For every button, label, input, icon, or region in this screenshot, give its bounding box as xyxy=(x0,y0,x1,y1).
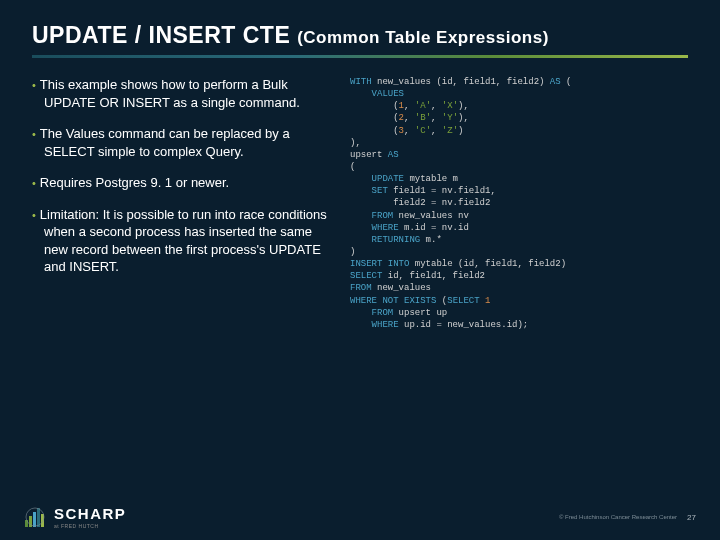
svg-rect-0 xyxy=(25,520,28,527)
bullet-text: The Values command can be replaced by a … xyxy=(40,126,290,159)
bullet-text: This example shows how to perform a Bulk… xyxy=(40,77,300,110)
logo-icon xyxy=(24,506,48,528)
title-sub: (Common Table Expressions) xyxy=(297,28,549,47)
bullet-marker: • xyxy=(32,128,36,140)
content-area: •This example shows how to perform a Bul… xyxy=(32,76,688,331)
svg-rect-2 xyxy=(33,512,36,527)
bullet-item: •This example shows how to perform a Bul… xyxy=(32,76,332,111)
bullet-item: •Requires Postgres 9. 1 or newer. xyxy=(32,174,332,192)
title-main: UPDATE / INSERT CTE xyxy=(32,22,297,48)
svg-rect-3 xyxy=(37,508,40,527)
logo-text: SCHARP xyxy=(54,505,126,522)
bullet-text: Requires Postgres 9. 1 or newer. xyxy=(40,175,229,190)
bullet-item: •The Values command can be replaced by a… xyxy=(32,125,332,160)
bullet-item: •Limitation: It is possible to run into … xyxy=(32,206,332,276)
title-divider xyxy=(32,55,688,58)
page-number: 27 xyxy=(687,513,696,522)
bullet-marker: • xyxy=(32,177,36,189)
copyright-text: © Fred Hutchinson Cancer Research Center xyxy=(559,514,677,520)
code-block: WITH new_values (id, field1, field2) AS … xyxy=(350,76,688,331)
logo: SCHARP at FRED HUTCH xyxy=(24,505,126,529)
logo-text-wrap: SCHARP at FRED HUTCH xyxy=(54,505,126,529)
bullet-marker: • xyxy=(32,79,36,91)
slide-title: UPDATE / INSERT CTE (Common Table Expres… xyxy=(32,22,688,49)
footer: SCHARP at FRED HUTCH © Fred Hutchinson C… xyxy=(0,500,720,540)
bullet-marker: • xyxy=(32,209,36,221)
bullet-list: •This example shows how to perform a Bul… xyxy=(32,76,332,331)
logo-subtext: at FRED HUTCH xyxy=(54,523,126,529)
bullet-text: Limitation: It is possible to run into r… xyxy=(40,207,327,275)
